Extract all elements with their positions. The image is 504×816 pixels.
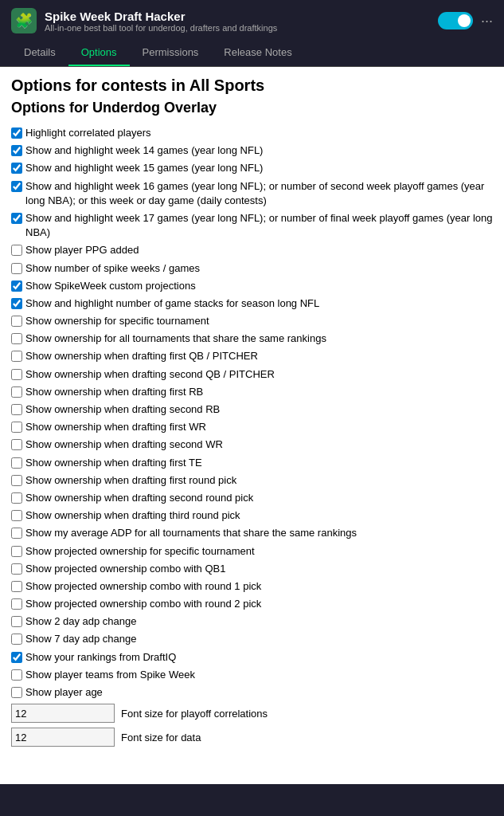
option-label-14: Show ownership when drafting second RB xyxy=(25,402,220,417)
checkbox-19[interactable] xyxy=(11,492,22,504)
enable-toggle[interactable] xyxy=(438,12,473,29)
menu-dots-icon[interactable]: ··· xyxy=(481,13,493,29)
inputs-container: Font size for playoff correlationsFont s… xyxy=(11,701,493,749)
input-row-0: Font size for playoff correlations xyxy=(11,701,493,725)
checkbox-20[interactable] xyxy=(11,510,22,521)
option-label-17: Show ownership when drafting first TE xyxy=(25,456,202,470)
option-row-25: Show projected ownership combo with roun… xyxy=(11,595,493,613)
checkbox-24[interactable] xyxy=(11,581,22,592)
checkbox-10[interactable] xyxy=(11,333,22,344)
checkbox-29[interactable] xyxy=(11,669,22,681)
app-header: 🧩 Spike Week Draft Hacker All-in-one bes… xyxy=(0,0,504,40)
option-row-21: Show my average ADP for all tournaments … xyxy=(11,524,493,542)
option-label-1: Show and highlight week 14 games (year l… xyxy=(25,143,263,158)
checkbox-21[interactable] xyxy=(11,528,22,539)
option-row-19: Show ownership when drafting second roun… xyxy=(11,489,493,507)
option-row-28: Show your rankings from DraftIQ xyxy=(11,649,493,666)
option-label-27: Show 7 day adp change xyxy=(25,632,137,646)
checkbox-17[interactable] xyxy=(11,457,22,469)
font-size-input-1[interactable] xyxy=(11,728,115,747)
checkbox-22[interactable] xyxy=(11,546,22,557)
checkbox-6[interactable] xyxy=(11,263,22,274)
checkbox-5[interactable] xyxy=(11,245,22,256)
option-label-20: Show ownership when drafting third round… xyxy=(25,508,240,523)
input-row-label-0: Font size for playoff correlations xyxy=(121,708,268,720)
checkbox-3[interactable] xyxy=(11,181,22,192)
tab-release-notes[interactable]: Release Notes xyxy=(211,40,304,66)
header-left: 🧩 Spike Week Draft Hacker All-in-one bes… xyxy=(11,8,277,33)
checkbox-9[interactable] xyxy=(11,316,22,327)
option-label-8: Show and highlight number of game stacks… xyxy=(25,296,319,311)
input-row-1: Font size for data xyxy=(11,725,493,749)
option-label-7: Show SpikeWeek custom projections xyxy=(25,279,196,293)
option-row-3: Show and highlight week 16 games (year l… xyxy=(11,178,493,210)
option-row-16: Show ownership when drafting second WR xyxy=(11,436,493,453)
option-label-18: Show ownership when drafting first round… xyxy=(25,473,236,488)
app-subtitle: All-in-one best ball tool for underdog, … xyxy=(45,23,277,33)
checkbox-16[interactable] xyxy=(11,439,22,450)
option-label-5: Show player PPG added xyxy=(25,243,139,257)
header-right: ··· xyxy=(438,12,493,29)
option-row-12: Show ownership when drafting second QB /… xyxy=(11,366,493,383)
app-icon: 🧩 xyxy=(11,8,37,33)
tab-details[interactable]: Details xyxy=(11,40,68,66)
option-row-24: Show projected ownership combo with roun… xyxy=(11,578,493,595)
checkbox-1[interactable] xyxy=(11,145,22,156)
checkbox-28[interactable] xyxy=(11,652,22,663)
option-row-18: Show ownership when drafting first round… xyxy=(11,472,493,489)
option-row-14: Show ownership when drafting second RB xyxy=(11,401,493,418)
option-row-9: Show ownership for specific tournament xyxy=(11,312,493,330)
option-row-13: Show ownership when drafting first RB xyxy=(11,383,493,401)
app-title: Spike Week Draft Hacker xyxy=(45,10,277,23)
option-row-26: Show 2 day adp change xyxy=(11,613,493,630)
option-label-12: Show ownership when drafting second QB /… xyxy=(25,367,275,382)
option-row-22: Show projected ownership for specific to… xyxy=(11,543,493,560)
option-row-7: Show SpikeWeek custom projections xyxy=(11,277,493,295)
checkbox-30[interactable] xyxy=(11,687,22,698)
checkbox-14[interactable] xyxy=(11,404,22,415)
checkbox-0[interactable] xyxy=(11,128,22,139)
option-label-10: Show ownership for all tournaments that … xyxy=(25,332,326,346)
option-row-8: Show and highlight number of game stacks… xyxy=(11,295,493,312)
option-label-25: Show projected ownership combo with roun… xyxy=(25,597,261,611)
option-label-3: Show and highlight week 16 games (year l… xyxy=(25,179,493,208)
checkbox-13[interactable] xyxy=(11,386,22,398)
checkbox-18[interactable] xyxy=(11,475,22,486)
option-label-4: Show and highlight week 17 games (year l… xyxy=(25,211,493,240)
checkboxes-container: Highlight correlated playersShow and hig… xyxy=(11,124,493,701)
option-label-28: Show your rankings from DraftIQ xyxy=(25,650,176,665)
main-content: Options for contests in All Sports Optio… xyxy=(0,67,504,784)
tab-permissions[interactable]: Permissions xyxy=(130,40,212,66)
tab-options[interactable]: Options xyxy=(68,40,130,66)
checkbox-12[interactable] xyxy=(11,369,22,380)
tab-bar: Details Options Permissions Release Note… xyxy=(0,40,504,67)
option-label-30: Show player age xyxy=(25,685,103,700)
checkbox-26[interactable] xyxy=(11,616,22,627)
checkbox-7[interactable] xyxy=(11,280,22,292)
option-row-0: Highlight correlated players xyxy=(11,124,493,142)
option-row-11: Show ownership when drafting first QB / … xyxy=(11,347,493,365)
checkbox-11[interactable] xyxy=(11,351,22,362)
checkbox-4[interactable] xyxy=(11,213,22,224)
option-label-23: Show projected ownership combo with QB1 xyxy=(25,562,225,576)
option-row-29: Show player teams from Spike Week xyxy=(11,666,493,684)
option-label-26: Show 2 day adp change xyxy=(25,614,137,629)
checkbox-23[interactable] xyxy=(11,563,22,575)
option-row-5: Show player PPG added xyxy=(11,241,493,259)
checkbox-27[interactable] xyxy=(11,634,22,645)
option-row-30: Show player age xyxy=(11,684,493,701)
option-row-6: Show number of spike weeks / games xyxy=(11,260,493,277)
option-label-22: Show projected ownership for specific to… xyxy=(25,544,255,559)
option-row-1: Show and highlight week 14 games (year l… xyxy=(11,142,493,159)
option-label-0: Highlight correlated players xyxy=(25,126,151,140)
option-label-11: Show ownership when drafting first QB / … xyxy=(25,349,258,363)
option-row-4: Show and highlight week 17 games (year l… xyxy=(11,210,493,241)
checkbox-25[interactable] xyxy=(11,598,22,610)
checkbox-8[interactable] xyxy=(11,298,22,309)
option-label-21: Show my average ADP for all tournaments … xyxy=(25,526,357,540)
checkbox-15[interactable] xyxy=(11,422,22,433)
font-size-input-0[interactable] xyxy=(11,704,115,723)
option-row-2: Show and highlight week 15 games (year l… xyxy=(11,159,493,177)
checkbox-2[interactable] xyxy=(11,163,22,174)
option-row-20: Show ownership when drafting third round… xyxy=(11,507,493,524)
